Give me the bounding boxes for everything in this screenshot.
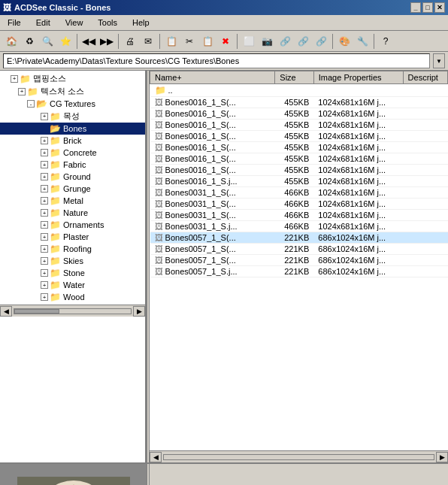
tb-copy[interactable]: 📋 (163, 33, 180, 50)
address-input[interactable] (3, 53, 430, 68)
tb-refresh[interactable]: ♻ (21, 33, 38, 50)
close-button[interactable]: ✕ (434, 2, 445, 13)
tree-item-skies[interactable]: + 📁 Skies (0, 255, 145, 267)
table-row[interactable]: 🖼 Bones0031_1_S.j... 466KB 1024x681x16M … (150, 221, 448, 232)
expand-cgtextures[interactable]: - (27, 100, 35, 108)
scroll-left[interactable]: ◀ (0, 306, 12, 317)
tb-view1[interactable]: ⬜ (241, 33, 257, 50)
table-row[interactable]: 🖼 Bones0057_1_S(... 221KB 686x1024x16M j… (150, 244, 448, 255)
file-scrollbar-track[interactable] (163, 454, 434, 460)
tree-item-plaster[interactable]: + 📁 Plaster (0, 231, 145, 243)
table-row[interactable]: 🖼 Bones0031_1_S(... 466KB 1024x681x16M j… (150, 210, 448, 221)
menu-file[interactable]: File (3, 17, 26, 29)
tree-item-ground[interactable]: + 📁 Ground (0, 171, 145, 183)
maximize-button[interactable]: □ (422, 2, 433, 13)
file-scroll-right[interactable]: ▶ (436, 452, 448, 462)
tree-item-roofing[interactable]: + 📁 Roofing (0, 243, 145, 255)
scroll-right[interactable]: ▶ (133, 306, 145, 317)
tree-item-brick[interactable]: + 📁 Brick (0, 135, 145, 147)
tb-back[interactable]: ◀◀ (80, 33, 97, 50)
tree-item-wood[interactable]: + 📁 Wood (0, 291, 145, 303)
table-row[interactable]: 🖼 Bones0016_1_S.j... 455KB 1024x681x16M … (150, 176, 448, 187)
tb-paste[interactable]: 📋 (199, 33, 216, 50)
table-row[interactable]: 🖼 Bones0016_1_S(... 455KB 1024x681x16M j… (150, 131, 448, 142)
tb-star[interactable]: ⭐ (57, 33, 74, 50)
expand-mapping[interactable]: + (11, 75, 18, 83)
tb-view4[interactable]: 🔗 (295, 33, 311, 50)
tb-help[interactable]: ? (377, 33, 394, 50)
col-desc[interactable]: Descript (403, 71, 447, 84)
tb-settings[interactable]: 🔧 (354, 33, 371, 50)
table-row[interactable]: 🖼 Bones0016_1_S(... 455KB 1024x681x16M j… (150, 142, 448, 153)
minimize-button[interactable]: _ (410, 2, 421, 13)
tb-view3[interactable]: 🔗 (277, 33, 293, 50)
table-row[interactable]: 🖼 Bones0016_1_S(... 455KB 1024x681x16M j… (150, 108, 448, 120)
expand-roofing[interactable]: + (41, 245, 48, 253)
tb-color[interactable]: 🎨 (336, 33, 353, 50)
expand-skies[interactable]: + (41, 257, 48, 265)
table-row[interactable]: 🖼 Bones0016_1_S(... 455KB 1024x681x16M j… (150, 165, 448, 176)
expand-wood[interactable]: + (41, 293, 48, 301)
expand-stone[interactable]: + (41, 269, 48, 277)
col-size[interactable]: Size (275, 71, 313, 84)
file-desc-cell (403, 176, 447, 187)
expand-plaster[interactable]: + (41, 233, 48, 241)
tb-print[interactable]: 🖨 (122, 33, 138, 50)
expand-texture[interactable]: + (18, 88, 26, 95)
table-row[interactable]: 📁 .. (150, 84, 448, 97)
tb-delete[interactable]: ✖ (217, 33, 234, 50)
scrollbar-thumb[interactable] (14, 309, 59, 314)
expand-nature[interactable]: + (41, 209, 48, 217)
tree-item-fabric[interactable]: + 📁 Fabric (0, 159, 145, 171)
expand-ornaments[interactable]: + (41, 221, 48, 229)
scrollbar-track[interactable] (14, 308, 132, 314)
tb-home[interactable]: 🏠 (3, 33, 20, 50)
file-scrollbar-h[interactable]: ◀ ▶ (150, 450, 448, 462)
menu-help[interactable]: Help (128, 17, 154, 29)
col-name[interactable]: Name+ (150, 71, 275, 84)
tb-view2[interactable]: 📷 (259, 33, 275, 50)
expand-ground[interactable]: + (41, 173, 48, 180)
table-row[interactable]: 🖼 Bones0016_1_S(... 455KB 1024x681x16M j… (150, 97, 448, 108)
tb-email[interactable]: ✉ (140, 33, 156, 50)
table-row[interactable]: 🖼 Bones0057_1_S(... 221KB 686x1024x16M j… (150, 255, 448, 266)
tree-item-bones[interactable]: 📂 Bones (0, 123, 145, 135)
tb-search[interactable]: 🔍 (39, 33, 56, 50)
file-size-cell: 466KB (275, 221, 313, 232)
table-row[interactable]: 🖼 Bones0031_1_S(... 466KB 1024x681x16M j… (150, 199, 448, 210)
expand-stone2[interactable]: + (41, 113, 48, 120)
tree-label: 텍스처 소스 (41, 86, 84, 97)
table-row[interactable]: 🖼 Bones0031_1_S(... 466KB 1024x681x16M j… (150, 187, 448, 199)
file-scroll-left[interactable]: ◀ (150, 452, 162, 462)
tree-item-nature[interactable]: + 📁 Nature (0, 207, 145, 219)
tree-item-texture[interactable]: + 📁 텍스처 소스 (0, 85, 145, 98)
col-imgprop[interactable]: Image Properties (313, 71, 403, 84)
table-row[interactable]: 🖼 Bones0057_1_S.j... 221KB 686x1024x16M … (150, 266, 448, 277)
expand-brick[interactable]: + (41, 137, 48, 144)
address-dropdown[interactable]: ▼ (433, 53, 445, 68)
tree-scrollbar-h[interactable]: ◀ ▶ (0, 305, 145, 317)
tree-item-water[interactable]: + 📁 Water (0, 279, 145, 291)
expand-fabric[interactable]: + (41, 161, 48, 168)
expand-grunge[interactable]: + (41, 185, 48, 192)
tb-forward[interactable]: ▶▶ (98, 33, 115, 50)
tree-item-ornaments[interactable]: + 📁 Ornaments (0, 219, 145, 231)
tree-item-metal[interactable]: + 📁 Metal (0, 195, 145, 207)
expand-metal[interactable]: + (41, 197, 48, 205)
tree-item-cgtextures[interactable]: - 📂 CG Textures (0, 98, 145, 110)
table-row[interactable]: 🖼 Bones0016_1_S(... 455KB 1024x681x16M j… (150, 120, 448, 131)
menu-view[interactable]: View (61, 17, 88, 29)
table-row[interactable]: 🖼 Bones0016_1_S(... 455KB 1024x681x16M j… (150, 153, 448, 165)
tb-view5[interactable]: 🔗 (313, 33, 329, 50)
menu-edit[interactable]: Edit (32, 17, 55, 29)
tree-item-stone2[interactable]: + 📁 목성 (0, 110, 145, 123)
tree-item-stone[interactable]: + 📁 Stone (0, 267, 145, 279)
menu-tools[interactable]: Tools (93, 17, 122, 29)
table-row[interactable]: 🖼 Bones0057_1_S(... 221KB 686x1024x16M j… (150, 232, 448, 244)
tb-cut[interactable]: ✂ (181, 33, 198, 50)
tree-item-concrete[interactable]: + 📁 Concrete (0, 147, 145, 159)
expand-water[interactable]: + (41, 281, 48, 289)
tree-item-mapping[interactable]: + 📁 맵핑소스 (0, 72, 145, 85)
expand-concrete[interactable]: + (41, 149, 48, 156)
tree-item-grunge[interactable]: + 📁 Grunge (0, 183, 145, 195)
